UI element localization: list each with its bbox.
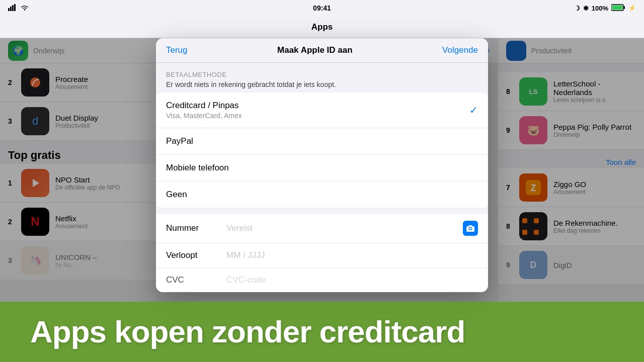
mobile-info: Mobiele telefoon	[166, 163, 229, 173]
betaalmethode-desc: Er wordt niets in rekening gebracht totd…	[166, 80, 478, 88]
svg-point-12	[469, 228, 471, 230]
paypal-info: PayPal	[166, 136, 193, 146]
signal-icon	[8, 4, 17, 13]
creditcard-checkmark: ✓	[469, 104, 478, 116]
header-bar: Apps	[0, 16, 644, 38]
svg-rect-6	[624, 6, 625, 9]
status-bar: 09:41 ☽ ✱ 100% ⚡	[0, 0, 644, 16]
payment-creditcard[interactable]: Creditcard / Pinpas Visa, MasterCard, Am…	[156, 93, 488, 128]
back-button[interactable]: Terug	[166, 45, 188, 55]
status-time: 09:41	[313, 4, 331, 12]
charging-icon: ⚡	[628, 5, 636, 12]
svg-rect-1	[10, 7, 12, 11]
battery-icon	[611, 4, 625, 13]
payment-method-list: Creditcard / Pinpas Visa, MasterCard, Am…	[156, 93, 488, 208]
bottom-banner: Apps kopen zonder creditcard	[0, 302, 644, 362]
geen-info: Geen	[166, 190, 187, 200]
creditcard-info: Creditcard / Pinpas Visa, MasterCard, Am…	[166, 101, 242, 120]
payment-geen[interactable]: Geen	[156, 182, 488, 208]
modal-section-header: BETAALMETHODE Er wordt niets in rekening…	[156, 63, 488, 93]
form-spacer	[156, 208, 488, 214]
creditcard-sub: Visa, MasterCard, Amex	[166, 112, 242, 120]
payment-mobile[interactable]: Mobiele telefoon	[156, 155, 488, 182]
mobile-label: Mobiele telefoon	[166, 163, 229, 173]
svg-rect-0	[8, 8, 10, 11]
modal-nav: Terug Maak Apple ID aan Volgende	[156, 38, 488, 63]
modal-form-section: Nummer Vereist Verloopt MM / JJJJ CVC CV…	[156, 214, 488, 292]
verloopt-field[interactable]: Verloopt MM / JJJJ	[156, 243, 488, 268]
betaalmethode-label: BETAALMETHODE	[166, 71, 478, 78]
status-right: ☽ ✱ 100% ⚡	[574, 4, 636, 13]
nummer-field[interactable]: Nummer Vereist	[156, 214, 488, 243]
cvc-field[interactable]: CVC CVC-code	[156, 268, 488, 292]
verloopt-label: Verloopt	[166, 250, 226, 260]
svg-rect-7	[612, 5, 623, 10]
geen-label: Geen	[166, 190, 187, 200]
moon-icon: ☽	[574, 5, 580, 12]
wifi-icon	[20, 4, 29, 13]
creditcard-label: Creditcard / Pinpas	[166, 101, 242, 111]
bluetooth-icon: ✱	[583, 5, 589, 12]
svg-rect-3	[14, 4, 16, 11]
battery-percent: 100%	[592, 5, 608, 12]
nummer-label: Nummer	[166, 223, 226, 233]
banner-text: Apps kopen zonder creditcard	[30, 316, 465, 347]
header-title: Apps	[311, 22, 333, 32]
next-button[interactable]: Volgende	[442, 45, 478, 55]
paypal-label: PayPal	[166, 136, 193, 146]
cvc-label: CVC	[166, 275, 226, 285]
svg-rect-2	[12, 5, 14, 11]
modal-title: Maak Apple ID aan	[277, 45, 353, 55]
svg-point-4	[24, 9, 26, 11]
cvc-placeholder: CVC-code	[226, 275, 478, 285]
payment-paypal[interactable]: PayPal	[156, 128, 488, 155]
verloopt-placeholder: MM / JJJJ	[226, 250, 478, 260]
status-left	[8, 4, 29, 13]
modal: Terug Maak Apple ID aan Volgende BETAALM…	[156, 38, 488, 292]
nummer-placeholder: Vereist	[226, 223, 463, 233]
camera-icon[interactable]	[463, 221, 478, 236]
